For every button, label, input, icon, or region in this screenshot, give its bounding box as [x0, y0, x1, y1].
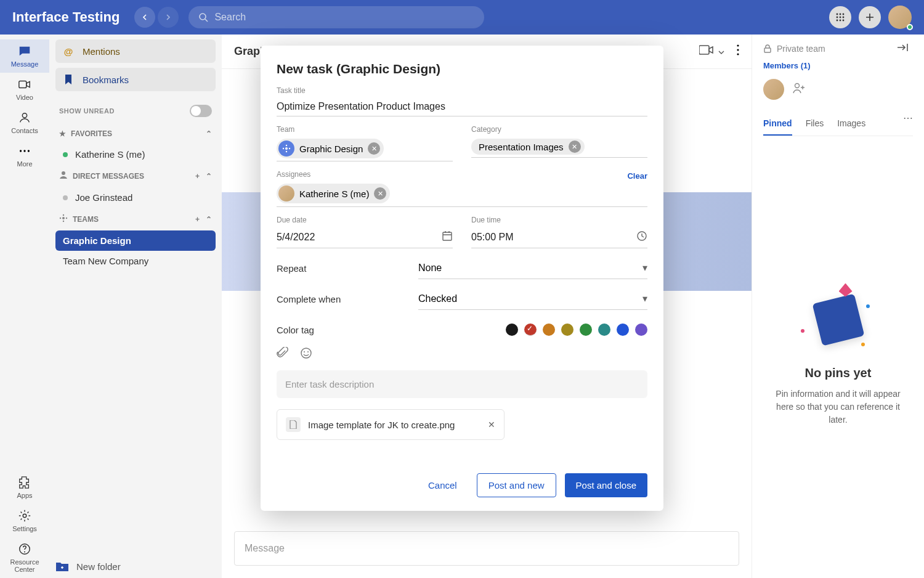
- rail-apps-label: Apps: [17, 492, 32, 499]
- favorites-header[interactable]: ★ FAVORITES ⌃: [55, 123, 216, 144]
- chevron-down-icon: [718, 49, 724, 55]
- plus-icon[interactable]: +: [195, 172, 200, 181]
- empty-body: Pin information and it will appear here …: [774, 388, 903, 426]
- color-swatch[interactable]: [561, 324, 573, 336]
- chevron-up-icon[interactable]: ⌃: [206, 172, 212, 181]
- message-input[interactable]: Message: [234, 531, 739, 566]
- svg-point-12: [20, 150, 22, 152]
- due-time-label: Due time: [471, 216, 647, 224]
- member-avatar[interactable]: [763, 79, 784, 100]
- lock-icon: [763, 44, 772, 53]
- top-bar: Interface Testing Search: [0, 0, 924, 35]
- color-swatch[interactable]: [543, 324, 555, 336]
- tab-files[interactable]: Files: [806, 112, 824, 136]
- rail-message[interactable]: Message: [0, 39, 49, 73]
- svg-point-25: [737, 44, 739, 46]
- mentions-item[interactable]: @ Mentions: [55, 39, 216, 63]
- rail-rc-label: Resource Center: [0, 558, 49, 573]
- rail-video[interactable]: Video: [0, 73, 49, 106]
- tab-images[interactable]: Images: [837, 112, 865, 136]
- new-folder-label: New folder: [76, 561, 121, 572]
- svg-point-17: [24, 551, 25, 552]
- due-time-input[interactable]: [471, 232, 636, 243]
- svg-point-19: [62, 217, 65, 219]
- post-and-new-button[interactable]: Post and new: [477, 473, 556, 497]
- category-chip[interactable]: Presentation Images ✕: [471, 139, 585, 155]
- category-chip-remove[interactable]: ✕: [569, 140, 581, 153]
- new-button[interactable]: [859, 6, 881, 28]
- clear-assignees-button[interactable]: Clear: [627, 171, 647, 181]
- collapse-panel-button[interactable]: [897, 43, 913, 54]
- show-unread-header: SHOW UNREAD: [55, 96, 216, 123]
- color-swatch[interactable]: [524, 324, 537, 336]
- description-input[interactable]: Enter task description: [277, 370, 647, 398]
- clock-icon[interactable]: [636, 230, 647, 244]
- bookmarks-item[interactable]: Bookmarks: [55, 68, 216, 91]
- search-input[interactable]: Search: [188, 6, 484, 28]
- rail-contacts-label: Contacts: [11, 127, 38, 134]
- current-user-avatar[interactable]: [888, 6, 912, 29]
- dms-header[interactable]: DIRECT MESSAGES +⌃: [55, 165, 216, 187]
- sidebar-item-katherine[interactable]: Katherine S (me): [55, 144, 216, 165]
- rail-more[interactable]: More: [0, 139, 49, 173]
- left-rail: Message Video Contacts More Apps Setting…: [0, 35, 49, 578]
- task-title-input[interactable]: [277, 97, 647, 116]
- chevron-up-icon[interactable]: ⌃: [206, 129, 212, 138]
- color-swatches: [506, 324, 647, 336]
- emoji-button[interactable]: [300, 347, 312, 362]
- attachment-remove-button[interactable]: ✕: [488, 420, 495, 429]
- tabs-more-button[interactable]: ⋯: [903, 112, 913, 136]
- sidebar-item-joe[interactable]: Joe Grinstead: [55, 187, 216, 208]
- search-icon: [198, 12, 208, 22]
- rail-apps[interactable]: Apps: [0, 471, 49, 504]
- add-member-button[interactable]: [793, 83, 805, 96]
- team-chip-label: Graphic Design: [299, 144, 363, 154]
- attach-button[interactable]: [277, 347, 289, 362]
- tab-pinned[interactable]: Pinned: [763, 112, 792, 136]
- rail-settings[interactable]: Settings: [0, 504, 49, 537]
- show-unread-label: SHOW UNREAD: [59, 107, 115, 115]
- show-unread-toggle[interactable]: [190, 105, 212, 117]
- color-swatch[interactable]: [506, 324, 518, 336]
- folder-plus-icon: [55, 561, 69, 572]
- sidebar-item-team-new-company[interactable]: Team New Company: [55, 251, 216, 271]
- assignee-chip[interactable]: Katherine S (me) ✕: [277, 184, 390, 203]
- smile-icon: [300, 347, 312, 359]
- complete-when-select[interactable]: Checked ▾: [418, 288, 647, 310]
- dialpad-button[interactable]: [829, 6, 851, 28]
- due-date-input[interactable]: [277, 232, 442, 243]
- svg-point-37: [301, 348, 311, 358]
- color-swatch[interactable]: [580, 324, 592, 336]
- video-call-button[interactable]: [699, 44, 724, 59]
- chat-more-button[interactable]: [737, 44, 739, 59]
- svg-point-27: [737, 53, 739, 55]
- assignee-avatar-icon: [278, 185, 294, 201]
- rail-settings-label: Settings: [12, 525, 37, 532]
- calendar-icon[interactable]: [442, 230, 453, 244]
- team-chip[interactable]: Graphic Design ✕: [277, 139, 384, 158]
- due-date-label: Due date: [277, 216, 453, 224]
- team-chip-remove[interactable]: ✕: [368, 142, 380, 155]
- nav-back-button[interactable]: [134, 7, 155, 28]
- bookmarks-label: Bookmarks: [83, 75, 129, 85]
- color-swatch[interactable]: [598, 324, 610, 336]
- new-folder-button[interactable]: New folder: [55, 561, 121, 572]
- repeat-select[interactable]: None ▾: [418, 257, 647, 279]
- post-and-close-button[interactable]: Post and close: [565, 473, 647, 497]
- assignee-chip-remove[interactable]: ✕: [374, 187, 386, 200]
- rail-resource-center[interactable]: Resource Center: [0, 537, 49, 578]
- chevron-up-icon[interactable]: ⌃: [206, 215, 212, 224]
- svg-point-3: [843, 14, 845, 15]
- cancel-button[interactable]: Cancel: [417, 473, 468, 497]
- apps-icon: [18, 476, 31, 489]
- teams-label: TEAMS: [73, 215, 99, 224]
- color-swatch[interactable]: [617, 324, 629, 336]
- rail-contacts[interactable]: Contacts: [0, 106, 49, 139]
- plus-icon[interactable]: +: [195, 215, 200, 224]
- members-link[interactable]: Members (1): [763, 61, 913, 70]
- nav-forward-button[interactable]: [158, 7, 179, 28]
- teams-header[interactable]: TEAMS +⌃: [55, 208, 216, 230]
- paperclip-icon: [277, 347, 289, 359]
- sidebar-item-graphic-design[interactable]: Graphic Design: [55, 230, 216, 251]
- color-swatch[interactable]: [635, 324, 647, 336]
